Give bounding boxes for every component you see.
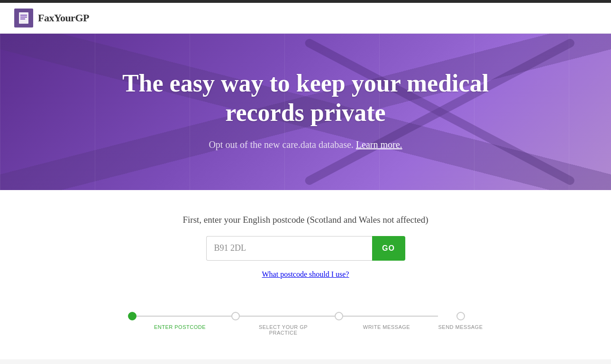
postcode-input[interactable] bbox=[206, 236, 372, 261]
step-2-row bbox=[231, 312, 335, 320]
postcode-label: First, enter your English postcode (Scot… bbox=[9, 214, 602, 227]
steps-container: ENTER POSTCODE SELECT YOUR GP PRACTICE W… bbox=[9, 302, 602, 340]
postcode-hint: What postcode should I use? bbox=[9, 270, 602, 279]
logo-icon bbox=[14, 9, 33, 27]
step-4-dot bbox=[456, 312, 465, 320]
go-button[interactable]: GO bbox=[372, 236, 405, 261]
step-1-row bbox=[128, 312, 231, 320]
postcode-hint-link[interactable]: What postcode should I use? bbox=[262, 270, 349, 278]
hero-title: The easy way to keep your medical record… bbox=[104, 69, 507, 128]
site-logo-text: FaxYourGP bbox=[38, 12, 89, 24]
step-2-dot bbox=[231, 312, 240, 320]
step-4-label: SEND MESSAGE bbox=[438, 324, 483, 330]
learn-more-link[interactable]: Learn more. bbox=[356, 139, 402, 150]
svg-rect-1 bbox=[20, 15, 27, 16]
step-1-dot bbox=[128, 312, 137, 320]
hero-section: The easy way to keep your medical record… bbox=[0, 34, 611, 190]
hero-subtitle-text: Opt out of the new care.data database. bbox=[209, 139, 353, 150]
step-2-label: SELECT YOUR GP PRACTICE bbox=[255, 324, 311, 336]
step-3-row bbox=[335, 312, 438, 320]
step-3-line bbox=[343, 316, 438, 317]
step-2-line bbox=[240, 316, 335, 317]
step-3-wrapper: WRITE MESSAGE bbox=[335, 312, 438, 330]
svg-rect-2 bbox=[20, 17, 27, 18]
postcode-form: GO bbox=[9, 236, 602, 261]
header: FaxYourGP bbox=[0, 3, 611, 34]
main-content: First, enter your English postcode (Scot… bbox=[0, 190, 611, 359]
document-icon bbox=[17, 11, 30, 25]
step-1-wrapper: ENTER POSTCODE bbox=[128, 312, 231, 330]
step-3-label: WRITE MESSAGE bbox=[363, 324, 410, 330]
step-3-dot bbox=[335, 312, 343, 320]
step-4-row bbox=[456, 312, 465, 320]
step-1-label: ENTER POSTCODE bbox=[154, 324, 206, 330]
step-4-wrapper: SEND MESSAGE bbox=[438, 312, 483, 330]
step-2-wrapper: SELECT YOUR GP PRACTICE bbox=[231, 312, 335, 336]
svg-rect-3 bbox=[20, 18, 25, 19]
section-divider bbox=[0, 359, 611, 364]
logo-container: FaxYourGP bbox=[14, 9, 89, 27]
hero-subtitle: Opt out of the new care.data database. L… bbox=[209, 139, 402, 150]
svg-rect-0 bbox=[19, 12, 28, 24]
step-1-line bbox=[137, 316, 231, 317]
